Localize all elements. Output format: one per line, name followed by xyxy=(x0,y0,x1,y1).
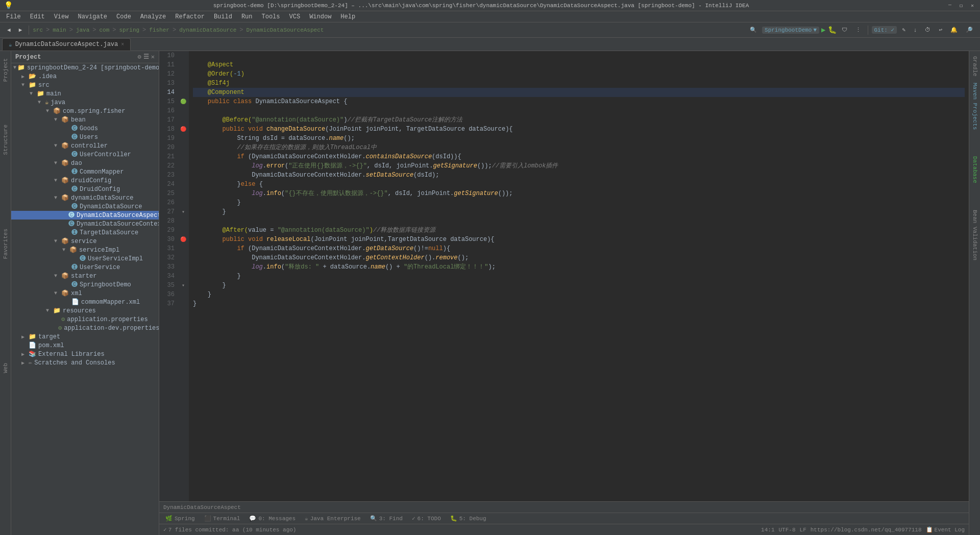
tree-src[interactable]: ▼ 📁 src xyxy=(11,81,159,89)
bottom-tab-find[interactable]: 🔍 3: Find xyxy=(366,514,407,523)
tree-usercontroller[interactable]: 🅒 UserController xyxy=(11,150,159,159)
tree-ddsaspect-class[interactable]: 🅒 DynamicDataSourceAspect xyxy=(11,211,159,220)
menu-navigate[interactable]: Navigate xyxy=(74,12,111,21)
bottom-tab-messages[interactable]: 💬 0: Messages xyxy=(245,514,300,523)
project-tool-button[interactable]: Project xyxy=(2,55,10,85)
menu-analyze[interactable]: Analyze xyxy=(136,12,170,21)
tab-dynamicdatasourceaspect[interactable]: ☕ DynamicDataSourceAspect.java × xyxy=(2,38,131,51)
database-panel-button[interactable]: Database xyxy=(971,153,979,186)
search-button[interactable]: 🔎 xyxy=(963,26,976,34)
breadcrumb-fisher[interactable]: fisher xyxy=(149,27,169,33)
tree-main[interactable]: ▼ 📁 main xyxy=(11,89,159,98)
vcs-commit[interactable]: ✎ xyxy=(899,26,909,34)
tree-commonmapper[interactable]: 🅘 CommonMapper xyxy=(11,167,159,176)
bottom-tab-terminal[interactable]: ⬛ Terminal xyxy=(200,514,244,523)
menu-window[interactable]: Window xyxy=(305,12,335,21)
structure-tool-button[interactable]: Structure xyxy=(2,121,10,158)
close-button[interactable]: ✕ xyxy=(969,2,976,9)
minimize-button[interactable]: ─ xyxy=(946,2,953,9)
breadcrumb-src[interactable]: src xyxy=(33,27,43,33)
tree-serviceimpl-pkg[interactable]: ▼ 📦 serviceImpl xyxy=(11,246,159,254)
tree-target[interactable]: ▶ 📁 target xyxy=(11,332,159,341)
breadcrumb-dynamicdatasource[interactable]: dynamicDataSource xyxy=(179,27,236,33)
tree-scratches[interactable]: ▶ ✏ Scratches and Consoles xyxy=(11,358,159,367)
gutter-35-fold[interactable]: ▾ xyxy=(178,281,189,290)
tree-extlibs[interactable]: ▶ 📚 External Libraries xyxy=(11,350,159,358)
vcs-status-item[interactable]: ✓ 7 files committed: aa (10 minutes ago) xyxy=(163,526,296,533)
menu-run[interactable]: Run xyxy=(237,12,257,21)
code-content[interactable]: @Aspect @Order(-1) @Slf4j @Co xyxy=(189,51,969,501)
favorites-tool-button[interactable]: Favorites xyxy=(2,226,10,262)
tree-controller[interactable]: ▼ 📦 controller xyxy=(11,141,159,150)
run-button[interactable]: ▶ xyxy=(821,26,825,34)
line-sep-item[interactable]: LF xyxy=(800,527,806,533)
tree-ddsch-class[interactable]: 🅒 DynamicDataSourceContextHolder xyxy=(11,220,159,228)
tree-gear-icon[interactable]: ⚙ xyxy=(138,53,141,61)
tree-springbootdemo[interactable]: 🅒 SpringbootDemo xyxy=(11,280,159,289)
back-button[interactable]: ◀ xyxy=(4,26,14,34)
menu-vcs[interactable]: VCS xyxy=(285,12,305,21)
tab-close-button[interactable]: × xyxy=(121,42,124,47)
menu-refactor[interactable]: Refactor xyxy=(171,12,209,21)
url-item[interactable]: https://blog.csdn.net/qq_40977118 xyxy=(811,527,922,533)
tree-appprops[interactable]: ⚙ application.properties xyxy=(11,315,159,324)
tree-service[interactable]: ▼ 📦 service xyxy=(11,237,159,246)
tree-dds-class[interactable]: 🅒 DynamicDataSource xyxy=(11,202,159,211)
vcs-update[interactable]: ↓ xyxy=(911,26,920,34)
tree-dynamicdatasource-pkg[interactable]: ▼ 📦 dynamicDataSource xyxy=(11,193,159,202)
tree-commonmapper-xml[interactable]: 📄 commomMapper.xml xyxy=(11,298,159,306)
run-config-selector[interactable]: SpringbootDemo ▼ xyxy=(762,27,819,34)
menu-help[interactable]: Help xyxy=(336,12,359,21)
tree-druidconfig[interactable]: ▼ 📦 druidConfig xyxy=(11,176,159,185)
code-editor[interactable]: 10 11 12 13 14 15 16 17 18 19 20 21 22 2… xyxy=(159,51,969,501)
tree-users[interactable]: 🅒 Users xyxy=(11,133,159,141)
bean-validation-panel-button[interactable]: Bean Validation xyxy=(971,207,979,263)
tree-root[interactable]: ▼ 📁 springbootDemo_2-24 [springboot-demo… xyxy=(11,63,159,72)
tree-resources[interactable]: ▼ 📁 resources xyxy=(11,306,159,315)
menu-view[interactable]: View xyxy=(50,12,73,21)
tree-bean[interactable]: ▼ 📦 bean xyxy=(11,115,159,124)
breadcrumb-main[interactable]: main xyxy=(53,27,66,33)
maven-panel-button[interactable]: Maven Projects xyxy=(971,80,979,133)
notifications[interactable]: 🔔 xyxy=(947,26,961,34)
bottom-tab-javaenterprise[interactable]: ☕ Java Enterprise xyxy=(301,514,365,523)
tree-druidconfig-class[interactable]: 🅒 DruidConfig xyxy=(11,185,159,193)
menu-build[interactable]: Build xyxy=(210,12,236,21)
bottom-tab-debug[interactable]: 🐛 5: Debug xyxy=(446,514,491,523)
menu-file[interactable]: File xyxy=(2,12,25,21)
event-log-item[interactable]: 📋 Event Log xyxy=(926,526,965,533)
menu-code[interactable]: Code xyxy=(112,12,135,21)
tree-package[interactable]: ▼ 📦 com.spring.fisher xyxy=(11,107,159,115)
cursor-position[interactable]: 14:1 xyxy=(761,527,774,533)
coverage-button[interactable]: 🛡 xyxy=(839,26,850,34)
menu-edit[interactable]: Edit xyxy=(26,12,49,21)
vcs-revert[interactable]: ↩ xyxy=(936,26,945,34)
restore-button[interactable]: ◻ xyxy=(958,2,965,9)
tree-starter[interactable]: ▼ 📦 starter xyxy=(11,272,159,280)
tree-appdevprops[interactable]: ⚙ application-dev.properties xyxy=(11,324,159,332)
encoding-item[interactable]: UTF-8 xyxy=(779,527,796,533)
gutter-27-fold[interactable]: ▾ xyxy=(178,207,189,216)
bottom-tab-todo[interactable]: ✓ 6: TODO xyxy=(408,514,445,523)
breadcrumb-class[interactable]: DynamicDataSourceAspect xyxy=(247,27,324,33)
search-everywhere-btn[interactable]: 🔍 xyxy=(747,26,760,34)
tree-pomxml[interactable]: 📄 pom.xml xyxy=(11,341,159,350)
tree-dao[interactable]: ▼ 📦 dao xyxy=(11,159,159,167)
vcs-history[interactable]: ⏱ xyxy=(922,26,934,34)
bottom-tab-spring[interactable]: 🌿 Spring xyxy=(161,514,199,523)
debug-button[interactable]: 🐛 xyxy=(828,26,837,34)
tree-layout-icon[interactable]: ☰ xyxy=(143,53,149,61)
breadcrumb-com[interactable]: com xyxy=(99,27,109,33)
tree-java[interactable]: ▼ ☕ java xyxy=(11,98,159,107)
tree-xml-pkg[interactable]: ▼ 📦 xml xyxy=(11,289,159,298)
git-status[interactable]: Git: ✓ xyxy=(872,26,897,34)
breadcrumb-spring[interactable]: spring xyxy=(119,27,140,33)
menu-tools[interactable]: Tools xyxy=(258,12,284,21)
tree-tds-class[interactable]: 🅘 TargetDataSource xyxy=(11,228,159,237)
gradle-panel-button[interactable]: Gradle xyxy=(971,53,979,80)
web-tool-button[interactable]: Web xyxy=(2,360,10,376)
tree-userservice[interactable]: 🅘 UserService xyxy=(11,263,159,272)
breadcrumb-java[interactable]: java xyxy=(76,27,89,33)
more-run-button[interactable]: ⋮ xyxy=(852,26,864,34)
run-config-dropdown[interactable]: ▼ xyxy=(813,27,817,33)
